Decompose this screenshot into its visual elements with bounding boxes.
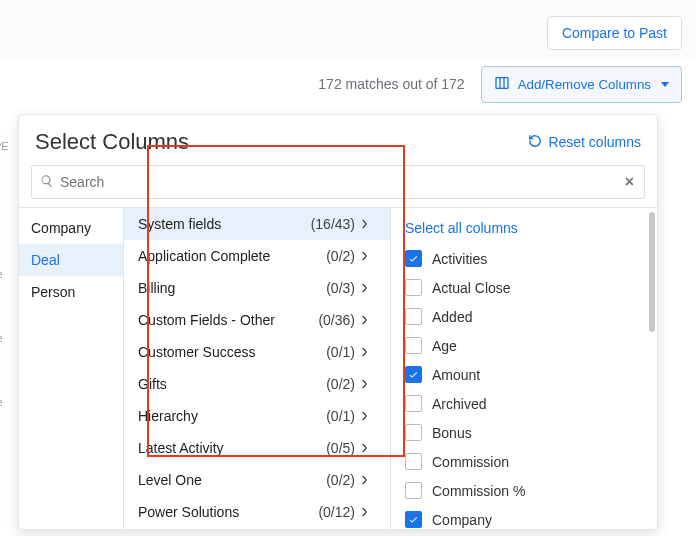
group-count: (0/2) (326, 472, 355, 488)
group-count: (0/2) (326, 248, 355, 264)
group-count: (0/5) (326, 440, 355, 456)
group-label: Customer Success (138, 344, 326, 360)
group-row[interactable]: Gifts(0/2) (124, 368, 390, 400)
group-label: Billing (138, 280, 326, 296)
reset-columns-label: Reset columns (548, 134, 641, 150)
compare-to-past-button[interactable]: Compare to Past (547, 16, 682, 50)
close-icon[interactable]: × (623, 173, 636, 191)
bg-hint: PE (0, 140, 20, 160)
entity-tab-person[interactable]: Person (19, 276, 123, 308)
bg-hint: le (0, 268, 20, 288)
column-checkbox-row[interactable]: Commission (399, 447, 649, 476)
search-icon (40, 174, 54, 191)
search-input-wrap[interactable]: × (31, 165, 645, 199)
group-label: Gifts (138, 376, 326, 392)
column-label: Commission (432, 454, 509, 470)
select-all-columns-button[interactable]: Select all columns (399, 212, 649, 244)
entity-tab-deal[interactable]: Deal (19, 244, 123, 276)
sub-bar: 172 matches out of 172 Add/Remove Column… (0, 60, 696, 108)
group-label: Hierarchy (138, 408, 326, 424)
column-checkbox-row[interactable]: Bonus (399, 418, 649, 447)
group-row[interactable]: Application Complete(0/2) (124, 240, 390, 272)
checkbox-icon[interactable] (405, 453, 422, 470)
group-label: Application Complete (138, 248, 326, 264)
group-label: Custom Fields - Other (138, 312, 318, 328)
undo-icon (528, 134, 542, 151)
column-label: Added (432, 309, 472, 325)
column-checkbox-row[interactable]: Company (399, 505, 649, 529)
group-row[interactable]: System fields(16/43) (124, 208, 390, 240)
select-columns-popup: Select Columns Reset columns × CompanyDe… (18, 114, 658, 530)
checkbox-icon[interactable] (405, 482, 422, 499)
column-label: Age (432, 338, 457, 354)
column-checkbox-row[interactable]: Amount (399, 360, 649, 389)
add-remove-columns-label: Add/Remove Columns (518, 77, 651, 92)
chevron-right-icon (361, 216, 368, 232)
chevron-right-icon (361, 248, 368, 264)
checkbox-icon[interactable] (405, 337, 422, 354)
entity-tab-company[interactable]: Company (19, 212, 123, 244)
group-row[interactable]: Custom Fields - Other(0/36) (124, 304, 390, 336)
group-count: (0/36) (318, 312, 355, 328)
group-row[interactable]: Billing(0/3) (124, 272, 390, 304)
column-checkbox-row[interactable]: Actual Close (399, 273, 649, 302)
column-checkbox-row[interactable]: Commission % (399, 476, 649, 505)
group-count: (0/2) (326, 376, 355, 392)
checkbox-icon[interactable] (405, 308, 422, 325)
match-count-text: 172 matches out of 172 (318, 76, 464, 92)
group-row[interactable]: Pre Production(0/1) (124, 528, 390, 529)
group-count: (0/3) (326, 280, 355, 296)
checkbox-icon[interactable] (405, 279, 422, 296)
chevron-right-icon (361, 312, 368, 328)
column-label: Commission % (432, 483, 525, 499)
group-row[interactable]: Hierarchy(0/1) (124, 400, 390, 432)
reset-columns-button[interactable]: Reset columns (528, 134, 641, 151)
top-bar: Compare to Past (0, 0, 696, 61)
column-checkbox-row[interactable]: Archived (399, 389, 649, 418)
group-label: Level One (138, 472, 326, 488)
checkbox-icon[interactable] (405, 424, 422, 441)
scrollbar-thumb[interactable] (649, 212, 655, 332)
popup-title: Select Columns (35, 129, 189, 155)
group-count: (0/1) (326, 408, 355, 424)
column-label: Amount (432, 367, 480, 383)
chevron-down-icon (661, 82, 669, 87)
chevron-right-icon (361, 472, 368, 488)
group-row[interactable]: Power Solutions(0/12) (124, 496, 390, 528)
column-label: Company (432, 512, 492, 528)
group-row[interactable]: Customer Success(0/1) (124, 336, 390, 368)
column-checkbox-row[interactable]: Added (399, 302, 649, 331)
checkbox-checked-icon[interactable] (405, 511, 422, 528)
checkbox-checked-icon[interactable] (405, 250, 422, 267)
column-checkbox-row[interactable]: Activities (399, 244, 649, 273)
column-label: Archived (432, 396, 486, 412)
checkbox-checked-icon[interactable] (405, 366, 422, 383)
group-count: (0/12) (318, 504, 355, 520)
group-count: (16/43) (311, 216, 355, 232)
chevron-right-icon (361, 440, 368, 456)
chevron-right-icon (361, 280, 368, 296)
chevron-right-icon (361, 344, 368, 360)
entity-list: CompanyDealPerson (19, 208, 124, 529)
group-row[interactable]: Latest Activity(0/5) (124, 432, 390, 464)
group-list: System fields(16/43)Application Complete… (124, 208, 391, 529)
columns-icon (494, 75, 510, 94)
column-label: Bonus (432, 425, 472, 441)
search-input[interactable] (54, 172, 623, 192)
group-count: (0/1) (326, 344, 355, 360)
column-checkbox-list: Select all columns ActivitiesActual Clos… (391, 208, 657, 529)
group-row[interactable]: Level One(0/2) (124, 464, 390, 496)
column-label: Activities (432, 251, 487, 267)
group-label: Power Solutions (138, 504, 318, 520)
bg-hint: le (0, 396, 20, 416)
chevron-right-icon (361, 504, 368, 520)
add-remove-columns-button[interactable]: Add/Remove Columns (481, 66, 682, 103)
svg-rect-0 (496, 77, 508, 88)
popup-body: CompanyDealPerson System fields(16/43)Ap… (19, 207, 657, 529)
column-label: Actual Close (432, 280, 511, 296)
column-checkbox-row[interactable]: Age (399, 331, 649, 360)
bg-hint: le (0, 332, 20, 352)
chevron-right-icon (361, 376, 368, 392)
group-label: System fields (138, 216, 311, 232)
checkbox-icon[interactable] (405, 395, 422, 412)
